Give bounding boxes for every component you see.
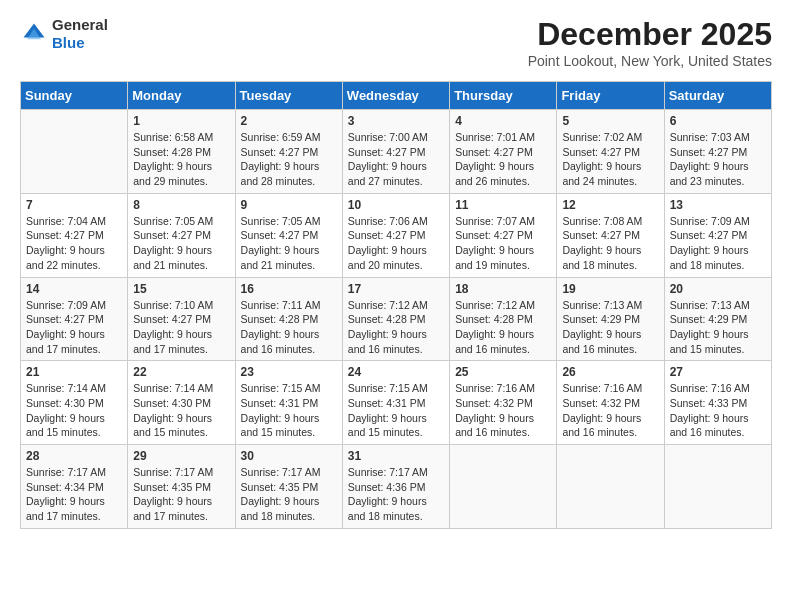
day-number: 3 bbox=[348, 114, 444, 128]
main-title: December 2025 bbox=[528, 16, 772, 53]
calendar-cell: 17Sunrise: 7:12 AM Sunset: 4:28 PM Dayli… bbox=[342, 277, 449, 361]
calendar-cell: 15Sunrise: 7:10 AM Sunset: 4:27 PM Dayli… bbox=[128, 277, 235, 361]
calendar-cell: 20Sunrise: 7:13 AM Sunset: 4:29 PM Dayli… bbox=[664, 277, 771, 361]
day-info: Sunrise: 7:12 AM Sunset: 4:28 PM Dayligh… bbox=[348, 298, 444, 357]
day-info: Sunrise: 6:58 AM Sunset: 4:28 PM Dayligh… bbox=[133, 130, 229, 189]
calendar-cell bbox=[557, 445, 664, 529]
calendar-cell bbox=[664, 445, 771, 529]
day-info: Sunrise: 7:10 AM Sunset: 4:27 PM Dayligh… bbox=[133, 298, 229, 357]
day-number: 28 bbox=[26, 449, 122, 463]
calendar-cell: 1Sunrise: 6:58 AM Sunset: 4:28 PM Daylig… bbox=[128, 110, 235, 194]
day-number: 16 bbox=[241, 282, 337, 296]
calendar-cell: 14Sunrise: 7:09 AM Sunset: 4:27 PM Dayli… bbox=[21, 277, 128, 361]
logo: General Blue bbox=[20, 16, 108, 52]
logo-text: General Blue bbox=[52, 16, 108, 52]
day-info: Sunrise: 7:17 AM Sunset: 4:35 PM Dayligh… bbox=[133, 465, 229, 524]
day-info: Sunrise: 7:05 AM Sunset: 4:27 PM Dayligh… bbox=[133, 214, 229, 273]
calendar-cell: 26Sunrise: 7:16 AM Sunset: 4:32 PM Dayli… bbox=[557, 361, 664, 445]
day-info: Sunrise: 7:15 AM Sunset: 4:31 PM Dayligh… bbox=[348, 381, 444, 440]
day-header-wednesday: Wednesday bbox=[342, 82, 449, 110]
calendar-cell: 30Sunrise: 7:17 AM Sunset: 4:35 PM Dayli… bbox=[235, 445, 342, 529]
day-info: Sunrise: 7:13 AM Sunset: 4:29 PM Dayligh… bbox=[562, 298, 658, 357]
calendar-cell: 10Sunrise: 7:06 AM Sunset: 4:27 PM Dayli… bbox=[342, 193, 449, 277]
calendar-cell: 3Sunrise: 7:00 AM Sunset: 4:27 PM Daylig… bbox=[342, 110, 449, 194]
day-info: Sunrise: 7:03 AM Sunset: 4:27 PM Dayligh… bbox=[670, 130, 766, 189]
calendar-cell: 18Sunrise: 7:12 AM Sunset: 4:28 PM Dayli… bbox=[450, 277, 557, 361]
day-number: 22 bbox=[133, 365, 229, 379]
calendar-week-row: 7Sunrise: 7:04 AM Sunset: 4:27 PM Daylig… bbox=[21, 193, 772, 277]
day-info: Sunrise: 7:05 AM Sunset: 4:27 PM Dayligh… bbox=[241, 214, 337, 273]
day-header-thursday: Thursday bbox=[450, 82, 557, 110]
calendar-cell: 16Sunrise: 7:11 AM Sunset: 4:28 PM Dayli… bbox=[235, 277, 342, 361]
day-info: Sunrise: 7:07 AM Sunset: 4:27 PM Dayligh… bbox=[455, 214, 551, 273]
day-info: Sunrise: 7:17 AM Sunset: 4:34 PM Dayligh… bbox=[26, 465, 122, 524]
day-info: Sunrise: 6:59 AM Sunset: 4:27 PM Dayligh… bbox=[241, 130, 337, 189]
page-header: General Blue December 2025 Point Lookout… bbox=[20, 16, 772, 69]
day-info: Sunrise: 7:08 AM Sunset: 4:27 PM Dayligh… bbox=[562, 214, 658, 273]
day-info: Sunrise: 7:11 AM Sunset: 4:28 PM Dayligh… bbox=[241, 298, 337, 357]
calendar-cell: 4Sunrise: 7:01 AM Sunset: 4:27 PM Daylig… bbox=[450, 110, 557, 194]
calendar-cell: 13Sunrise: 7:09 AM Sunset: 4:27 PM Dayli… bbox=[664, 193, 771, 277]
day-number: 9 bbox=[241, 198, 337, 212]
logo-blue: Blue bbox=[52, 34, 85, 51]
day-info: Sunrise: 7:17 AM Sunset: 4:35 PM Dayligh… bbox=[241, 465, 337, 524]
calendar-cell: 29Sunrise: 7:17 AM Sunset: 4:35 PM Dayli… bbox=[128, 445, 235, 529]
day-info: Sunrise: 7:00 AM Sunset: 4:27 PM Dayligh… bbox=[348, 130, 444, 189]
calendar-cell: 12Sunrise: 7:08 AM Sunset: 4:27 PM Dayli… bbox=[557, 193, 664, 277]
day-number: 15 bbox=[133, 282, 229, 296]
day-info: Sunrise: 7:15 AM Sunset: 4:31 PM Dayligh… bbox=[241, 381, 337, 440]
calendar-cell: 31Sunrise: 7:17 AM Sunset: 4:36 PM Dayli… bbox=[342, 445, 449, 529]
day-number: 5 bbox=[562, 114, 658, 128]
day-number: 31 bbox=[348, 449, 444, 463]
title-block: December 2025 Point Lookout, New York, U… bbox=[528, 16, 772, 69]
calendar-cell: 23Sunrise: 7:15 AM Sunset: 4:31 PM Dayli… bbox=[235, 361, 342, 445]
calendar-week-row: 21Sunrise: 7:14 AM Sunset: 4:30 PM Dayli… bbox=[21, 361, 772, 445]
day-number: 10 bbox=[348, 198, 444, 212]
day-number: 21 bbox=[26, 365, 122, 379]
calendar-cell bbox=[21, 110, 128, 194]
calendar-week-row: 1Sunrise: 6:58 AM Sunset: 4:28 PM Daylig… bbox=[21, 110, 772, 194]
day-header-monday: Monday bbox=[128, 82, 235, 110]
day-number: 12 bbox=[562, 198, 658, 212]
day-info: Sunrise: 7:13 AM Sunset: 4:29 PM Dayligh… bbox=[670, 298, 766, 357]
calendar-cell: 28Sunrise: 7:17 AM Sunset: 4:34 PM Dayli… bbox=[21, 445, 128, 529]
day-number: 13 bbox=[670, 198, 766, 212]
day-info: Sunrise: 7:01 AM Sunset: 4:27 PM Dayligh… bbox=[455, 130, 551, 189]
day-info: Sunrise: 7:17 AM Sunset: 4:36 PM Dayligh… bbox=[348, 465, 444, 524]
day-number: 18 bbox=[455, 282, 551, 296]
day-number: 2 bbox=[241, 114, 337, 128]
logo-icon bbox=[20, 20, 48, 48]
day-number: 4 bbox=[455, 114, 551, 128]
calendar-cell: 7Sunrise: 7:04 AM Sunset: 4:27 PM Daylig… bbox=[21, 193, 128, 277]
day-number: 14 bbox=[26, 282, 122, 296]
day-number: 7 bbox=[26, 198, 122, 212]
day-number: 23 bbox=[241, 365, 337, 379]
day-info: Sunrise: 7:14 AM Sunset: 4:30 PM Dayligh… bbox=[133, 381, 229, 440]
day-info: Sunrise: 7:16 AM Sunset: 4:32 PM Dayligh… bbox=[562, 381, 658, 440]
day-number: 8 bbox=[133, 198, 229, 212]
day-number: 24 bbox=[348, 365, 444, 379]
day-info: Sunrise: 7:09 AM Sunset: 4:27 PM Dayligh… bbox=[670, 214, 766, 273]
day-header-tuesday: Tuesday bbox=[235, 82, 342, 110]
day-number: 6 bbox=[670, 114, 766, 128]
calendar-cell: 19Sunrise: 7:13 AM Sunset: 4:29 PM Dayli… bbox=[557, 277, 664, 361]
day-number: 25 bbox=[455, 365, 551, 379]
day-header-saturday: Saturday bbox=[664, 82, 771, 110]
day-info: Sunrise: 7:16 AM Sunset: 4:33 PM Dayligh… bbox=[670, 381, 766, 440]
logo-general: General bbox=[52, 16, 108, 33]
calendar-cell: 24Sunrise: 7:15 AM Sunset: 4:31 PM Dayli… bbox=[342, 361, 449, 445]
day-info: Sunrise: 7:06 AM Sunset: 4:27 PM Dayligh… bbox=[348, 214, 444, 273]
calendar-cell: 27Sunrise: 7:16 AM Sunset: 4:33 PM Dayli… bbox=[664, 361, 771, 445]
day-number: 30 bbox=[241, 449, 337, 463]
day-number: 17 bbox=[348, 282, 444, 296]
calendar-cell: 5Sunrise: 7:02 AM Sunset: 4:27 PM Daylig… bbox=[557, 110, 664, 194]
calendar-week-row: 14Sunrise: 7:09 AM Sunset: 4:27 PM Dayli… bbox=[21, 277, 772, 361]
calendar-cell: 21Sunrise: 7:14 AM Sunset: 4:30 PM Dayli… bbox=[21, 361, 128, 445]
day-number: 1 bbox=[133, 114, 229, 128]
day-number: 29 bbox=[133, 449, 229, 463]
calendar-cell: 2Sunrise: 6:59 AM Sunset: 4:27 PM Daylig… bbox=[235, 110, 342, 194]
calendar-cell: 22Sunrise: 7:14 AM Sunset: 4:30 PM Dayli… bbox=[128, 361, 235, 445]
calendar-cell: 9Sunrise: 7:05 AM Sunset: 4:27 PM Daylig… bbox=[235, 193, 342, 277]
day-number: 20 bbox=[670, 282, 766, 296]
day-info: Sunrise: 7:09 AM Sunset: 4:27 PM Dayligh… bbox=[26, 298, 122, 357]
